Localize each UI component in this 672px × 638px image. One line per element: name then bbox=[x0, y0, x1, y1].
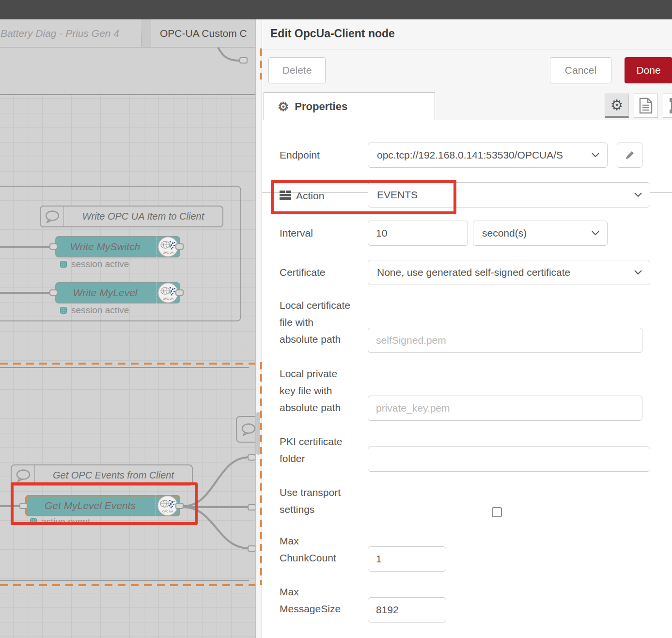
description-icon-button[interactable] bbox=[634, 94, 658, 118]
tray-title: Edit OpcUa-Client node bbox=[270, 27, 395, 40]
app-header-bar bbox=[0, 0, 672, 19]
transport-checkbox[interactable] bbox=[492, 507, 502, 517]
flow-tabbar: Battery Diag - Prius Gen 4 OPC-UA Custom… bbox=[0, 19, 262, 48]
local-cert-label: Local certificate file with absolute pat… bbox=[280, 297, 372, 348]
comment-label: Write OPC UA Item to Client bbox=[64, 207, 222, 226]
hidden-node-input-port[interactable] bbox=[248, 504, 255, 510]
group-border-line bbox=[0, 580, 249, 581]
highlight-box-node bbox=[11, 482, 198, 525]
node-appearance-icon bbox=[668, 97, 672, 114]
edit-endpoint-button[interactable] bbox=[617, 143, 642, 168]
hidden-node-input-port[interactable] bbox=[248, 545, 255, 552]
node-label: Write MySwitch bbox=[56, 241, 156, 253]
edit-node-tray: Edit OpcUa-Client node Delete Cancel Don… bbox=[262, 19, 672, 638]
status-dot bbox=[60, 307, 67, 314]
node-status: session active bbox=[60, 305, 129, 316]
group-selection-dash-bottom bbox=[0, 584, 255, 586]
delete-button[interactable]: Delete bbox=[268, 57, 326, 83]
local-cert-input[interactable] bbox=[368, 328, 642, 353]
cancel-button[interactable]: Cancel bbox=[550, 57, 611, 83]
node-status: session active bbox=[60, 259, 129, 270]
done-button[interactable]: Done bbox=[625, 57, 672, 83]
max-msg-label: Max MessageSize bbox=[280, 583, 372, 617]
tab-flow-opcua-custom[interactable]: OPC-UA Custom C bbox=[151, 19, 262, 48]
highlight-box-action bbox=[271, 180, 456, 214]
certificate-value: None, use generated self-signed certific… bbox=[377, 267, 570, 278]
gear-icon: ⚙ bbox=[610, 98, 624, 112]
endpoint-value: opc.tcp://192.168.0.141:53530/OPCUA/S bbox=[377, 149, 563, 161]
node-output-port[interactable] bbox=[175, 289, 184, 296]
chevron-down-icon bbox=[592, 231, 599, 236]
private-key-label: Local private key file with absolute pat… bbox=[280, 365, 372, 416]
node-output-port[interactable] bbox=[175, 243, 184, 250]
pencil-icon bbox=[625, 150, 635, 160]
node-label: Write MyLevel bbox=[56, 287, 156, 299]
endpoint-label: Endpoint bbox=[280, 146, 320, 163]
group-selection-dash-top bbox=[0, 363, 255, 365]
tray-titlebar: Edit OpcUa-Client node bbox=[262, 19, 672, 49]
opcua-badge-text: OPC UA bbox=[162, 251, 173, 254]
status-dot bbox=[60, 261, 67, 268]
max-msg-input[interactable] bbox=[368, 597, 446, 622]
document-icon bbox=[639, 97, 653, 114]
tab-label: OPC-UA Custom C bbox=[160, 28, 247, 39]
status-label: session active bbox=[71, 305, 129, 316]
node-input-port[interactable] bbox=[49, 243, 58, 250]
opcua-badge-text: OPC UA bbox=[162, 297, 173, 300]
tab-properties[interactable]: ⚙ Properties bbox=[264, 92, 435, 120]
endpoint-select[interactable]: opc.tcp://192.168.0.141:53530/OPCUA/S bbox=[368, 143, 608, 168]
node-red-app: Battery Diag - Prius Gen 4 OPC-UA Custom… bbox=[0, 0, 672, 638]
comment-bubble-icon bbox=[237, 417, 255, 442]
pki-folder-label: PKI certificate folder bbox=[280, 433, 372, 467]
pki-folder-input[interactable] bbox=[368, 447, 650, 472]
transport-label: Use transport settings bbox=[280, 484, 372, 518]
node-write-mylevel[interactable]: Write MyLevel OPC UA bbox=[55, 282, 180, 303]
comment-node-write[interactable]: Write OPC UA Item to Client bbox=[40, 206, 223, 227]
max-chunk-label: Max ChunkCount bbox=[280, 532, 372, 566]
certificate-select[interactable]: None, use generated self-signed certific… bbox=[368, 260, 650, 285]
max-chunk-input[interactable] bbox=[368, 546, 446, 572]
hidden-node-input-port[interactable] bbox=[248, 454, 255, 461]
gear-icon: ⚙ bbox=[278, 100, 289, 113]
chevron-down-icon bbox=[634, 270, 642, 275]
tab-label: Battery Diag - Prius Gen 4 bbox=[0, 28, 119, 39]
properties-icon-button[interactable]: ⚙ bbox=[605, 94, 629, 118]
wires-layer bbox=[0, 48, 255, 638]
comment-node-clipped[interactable] bbox=[236, 416, 255, 443]
interval-input[interactable] bbox=[368, 221, 468, 246]
certificate-label: Certificate bbox=[280, 264, 326, 281]
interval-unit-select[interactable]: second(s) bbox=[473, 221, 608, 246]
interval-unit-value: second(s) bbox=[482, 227, 527, 239]
tray-buttonbar: Delete Cancel Done bbox=[262, 49, 672, 92]
tab-properties-label: Properties bbox=[295, 100, 347, 113]
flow-canvas[interactable]: Write OPC UA Item to Client Write MySwit… bbox=[0, 48, 255, 638]
scrollbar-thumb[interactable] bbox=[256, 412, 260, 455]
group-border-line bbox=[0, 367, 249, 368]
canvas-tray-divider[interactable] bbox=[255, 19, 262, 638]
chevron-down-icon bbox=[592, 153, 599, 158]
appearance-icon-button[interactable] bbox=[663, 94, 672, 118]
hidden-node-input-port[interactable] bbox=[239, 57, 248, 64]
chevron-down-icon bbox=[634, 192, 642, 197]
private-key-input[interactable] bbox=[368, 396, 642, 421]
node-input-port[interactable] bbox=[49, 289, 58, 296]
status-label: session active bbox=[71, 259, 129, 270]
interval-label: Interval bbox=[280, 224, 313, 241]
comment-bubble-icon bbox=[41, 207, 64, 226]
node-write-myswitch[interactable]: Write MySwitch OPC UA bbox=[55, 236, 180, 257]
tab-flow-battery-diag[interactable]: Battery Diag - Prius Gen 4 bbox=[0, 19, 141, 48]
